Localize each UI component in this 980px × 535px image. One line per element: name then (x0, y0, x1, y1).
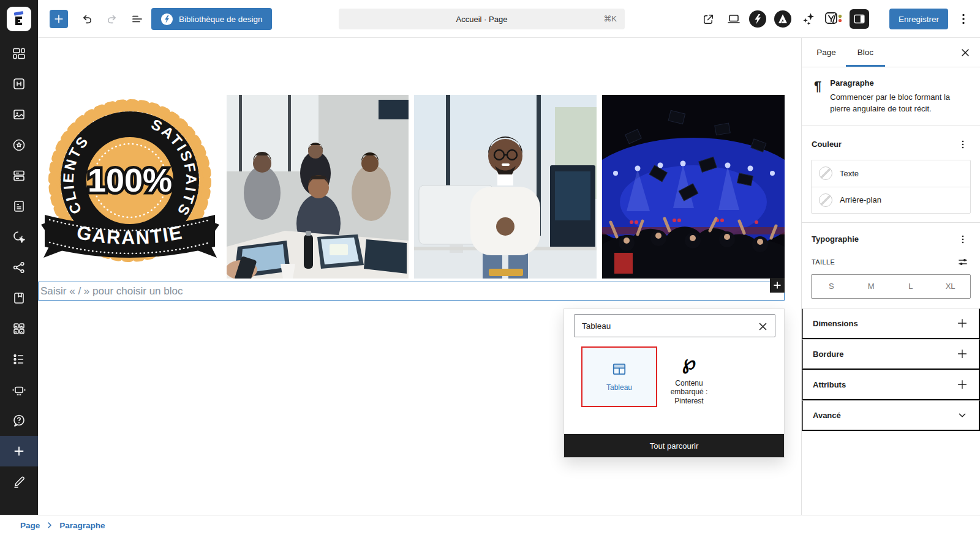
text-color-control[interactable]: Texte (812, 160, 970, 187)
rail-item-edit[interactable] (0, 466, 38, 497)
document-bar[interactable]: Accueil · Page ⌘K (339, 9, 625, 29)
rail-item-book[interactable] (0, 283, 38, 313)
advanced-panel-toggle[interactable]: Avancé (802, 400, 980, 431)
border-panel-toggle[interactable]: Bordure (802, 339, 980, 370)
image-block-icon (12, 107, 26, 122)
options-menu-button[interactable] (954, 10, 973, 28)
rail-item-rows[interactable] (0, 160, 38, 191)
save-label: Enregistrer (899, 15, 939, 24)
save-button[interactable]: Enregistrer (889, 9, 948, 29)
quick-block-inserter: Tableau ℘ Contenu embarqué : Pinterest T… (564, 309, 785, 458)
plus-icon (12, 444, 26, 458)
tab-block[interactable]: Bloc (846, 38, 885, 67)
paragraph-block-icon: ¶ (814, 78, 821, 115)
dimensions-panel-toggle[interactable]: Dimensions (802, 309, 980, 339)
color-section-title: Couleur (812, 140, 842, 149)
design-library-button[interactable]: Bibliothèque de design (151, 8, 272, 30)
yoast-seo-icon (824, 11, 845, 27)
rail-item-document[interactable] (0, 191, 38, 222)
block-inserter-button[interactable] (50, 10, 68, 28)
laptop-icon (726, 12, 741, 26)
size-option-l[interactable]: L (891, 275, 931, 298)
attributes-title: Attributs (813, 380, 846, 389)
rail-item-insert-active[interactable] (0, 436, 38, 466)
font-size-row: TAILLE (802, 253, 980, 271)
stackable-plugin-button[interactable] (748, 10, 767, 28)
typography-options-button[interactable] (956, 232, 970, 247)
tab-page[interactable]: Page (807, 38, 846, 67)
yoast-seo-button[interactable] (824, 10, 846, 28)
view-site-button[interactable] (699, 10, 717, 28)
rail-item-image[interactable] (0, 99, 38, 130)
table-block-icon (611, 361, 627, 377)
design-library-label: Bibliothèque de design (179, 15, 263, 24)
list-view-button[interactable] (128, 10, 146, 28)
rail-item-carousel[interactable] (0, 375, 38, 405)
text-color-label: Texte (840, 169, 859, 178)
sidebar-tabs: Page Bloc (802, 38, 980, 67)
ai-assistant-button[interactable] (799, 10, 818, 28)
site-logo-button[interactable] (0, 0, 38, 38)
block-search-input[interactable] (574, 314, 775, 337)
rail-item-badge[interactable] (0, 130, 38, 160)
rail-item-heading[interactable] (0, 69, 38, 99)
font-size-segmented-control: S M L XL (811, 274, 971, 299)
astra-theme-button[interactable] (774, 10, 792, 28)
clear-search-button[interactable] (757, 321, 768, 332)
border-title: Bordure (813, 350, 844, 359)
rail-item-gallery[interactable] (0, 313, 38, 344)
templates-icon (12, 46, 26, 61)
badge-center-text: 100% (88, 162, 172, 198)
font-size-label: TAILLE (812, 258, 835, 266)
gallery-image-classroom[interactable] (227, 95, 409, 279)
size-option-s[interactable]: S (812, 275, 851, 298)
close-sidebar-button[interactable] (959, 47, 971, 59)
rail-item-list[interactable] (0, 344, 38, 375)
rail-item-help[interactable] (0, 405, 38, 436)
gallery-image-man-office[interactable] (414, 95, 597, 279)
background-color-control[interactable]: Arrière-plan (812, 187, 970, 213)
block-description: Commencer par le bloc formant la pierre … (830, 92, 963, 115)
attributes-panel-toggle[interactable]: Attributs (802, 370, 980, 400)
font-size-settings-button[interactable] (956, 255, 970, 269)
rail-item-click[interactable] (0, 222, 38, 252)
gallery-image-guarantee-badge[interactable]: CLIENTS SATISFAITS 100% GARANTIE (40, 95, 221, 272)
kebab-menu-icon (957, 138, 969, 151)
breadcrumb-page[interactable]: Page (20, 521, 40, 530)
sparkles-icon (801, 11, 816, 27)
share-icon (12, 260, 26, 275)
undo-button[interactable] (78, 10, 96, 28)
browse-all-button[interactable]: Tout parcourir (564, 434, 784, 457)
block-info-card: ¶ Paragraphe Commencer par le bloc forma… (802, 67, 980, 125)
background-color-label: Arrière-plan (840, 195, 881, 204)
color-options-button[interactable] (956, 137, 970, 152)
block-result-pinterest[interactable]: ℘ Contenu embarqué : Pinterest (657, 352, 721, 405)
heading-block-icon (12, 77, 26, 91)
pencil-icon (12, 474, 26, 489)
help-icon (12, 413, 26, 428)
rail-item-templates[interactable] (0, 38, 38, 69)
document-icon (12, 199, 26, 214)
preview-device-button[interactable] (725, 10, 743, 28)
list-view-icon (130, 12, 145, 26)
rail-item-share[interactable] (0, 252, 38, 283)
block-append-button[interactable] (770, 278, 785, 293)
command-shortcut: ⌘K (603, 14, 617, 23)
advanced-title: Avancé (813, 411, 841, 420)
top-toolbar: Bibliothèque de design Accueil · Page ⌘K (0, 0, 980, 38)
plus-icon (773, 281, 782, 290)
redo-button[interactable] (103, 10, 121, 28)
breadcrumb-paragraph[interactable]: Paragraphe (59, 521, 105, 530)
selected-paragraph-block[interactable]: Saisir « / » pour choisir un bloc (38, 282, 785, 301)
size-option-m[interactable]: M (851, 275, 891, 298)
block-result-table[interactable]: Tableau (582, 348, 656, 406)
settings-sidebar-toggle[interactable] (850, 9, 869, 29)
chevron-down-icon (956, 408, 969, 422)
browse-all-label: Tout parcourir (650, 441, 698, 451)
gallery-image-graduation[interactable] (602, 95, 785, 279)
redo-icon (105, 12, 119, 26)
external-link-icon (701, 12, 715, 26)
plus-icon (956, 316, 969, 330)
size-option-xl[interactable]: XL (930, 275, 970, 298)
text-color-swatch (819, 166, 832, 180)
